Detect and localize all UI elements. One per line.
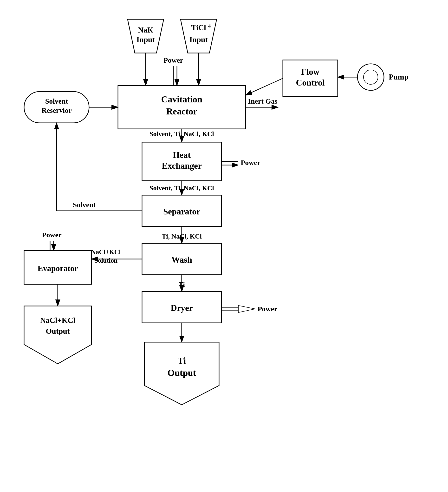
cavitation-reactor-label1: Cavitation bbox=[161, 94, 202, 104]
cavitation-reactor-label2: Reactor bbox=[166, 106, 197, 116]
ticl4-subscript: 4 bbox=[208, 23, 211, 29]
evaporator-label: Evaporator bbox=[38, 264, 78, 273]
nacl-kcl-solution-label2: Solution bbox=[94, 257, 118, 264]
ti-output-label2: Output bbox=[168, 368, 196, 378]
flowcontrol-to-reactor-arrow bbox=[246, 78, 283, 95]
ticl4-input-label2: Input bbox=[189, 35, 208, 44]
nacl-kcl-output-label1: NaCl+KCl bbox=[40, 316, 75, 325]
heat-exchanger-label1: Heat bbox=[173, 150, 191, 160]
solvent-return-label: Solvent bbox=[73, 201, 96, 209]
diagram-container: NaK Input TiCl 4 Input Flow Control Pump bbox=[0, 0, 448, 492]
wash-label: Wash bbox=[171, 255, 192, 265]
ticl4-input-label: TiCl bbox=[191, 23, 206, 32]
flow-control-label2: Control bbox=[296, 78, 325, 87]
pump-inner bbox=[364, 70, 378, 84]
heat-exchanger-power-label: Power bbox=[241, 159, 260, 166]
nak-input-label2: Input bbox=[137, 35, 155, 44]
dryer-power-label: Power bbox=[258, 305, 277, 313]
heat-exchanger-label2: Exchanger bbox=[162, 161, 202, 171]
solvent-reservoir-label2: Reservior bbox=[42, 106, 72, 114]
solvent-reservoir-label1: Solvent bbox=[45, 97, 68, 105]
dryer-label: Dryer bbox=[171, 303, 193, 313]
nak-input-label: NaK bbox=[138, 26, 153, 34]
power-label-top: Power bbox=[163, 56, 183, 64]
flow-control-label1: Flow bbox=[301, 67, 319, 77]
nacl-kcl-solution-label1: NaCl+KCl bbox=[91, 248, 121, 256]
dryer-power-arrowhead bbox=[238, 306, 255, 312]
separator-label: Separator bbox=[163, 207, 200, 216]
nacl-kcl-output-label2: Output bbox=[46, 327, 70, 335]
pump-label: Pump bbox=[389, 72, 408, 81]
evap-power-label: Power bbox=[42, 231, 62, 239]
ti-output-label1: Ti bbox=[177, 356, 186, 366]
inert-gas-label: Inert Gas bbox=[248, 97, 278, 105]
